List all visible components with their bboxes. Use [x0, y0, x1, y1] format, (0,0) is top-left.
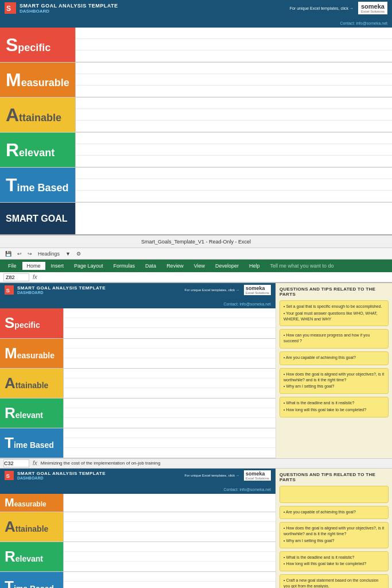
- tip-m-1: How can you measure progress and how if …: [284, 332, 385, 344]
- label-a-2: Attainable: [0, 368, 63, 398]
- tab-formulas[interactable]: Formulas: [109, 262, 140, 270]
- header-bar-2: S SMART GOAL ANALYSIS TEMPLATE DASHBOARD…: [0, 283, 275, 297]
- contact-text-1: Contact: info@someka.net: [340, 21, 387, 25]
- label-t-2: Time Based: [0, 428, 63, 458]
- tip-t-3-2: How long will this goal take to be compl…: [284, 561, 385, 567]
- dashboard-left-2: S SMART GOAL ANALYSIS TEMPLATE DASHBOARD…: [0, 283, 275, 458]
- formula-bar-3: fx Minimizing the cost of the implementa…: [0, 458, 392, 469]
- input-measurable[interactable]: [75, 63, 392, 98]
- ribbon-tabs: File Home Insert Page Layout Formulas Da…: [0, 260, 392, 272]
- tip-timebased: What is the deadline and is it realistic…: [280, 397, 389, 417]
- input-timebased[interactable]: [75, 168, 392, 203]
- tab-review[interactable]: Review: [162, 262, 188, 270]
- tab-file[interactable]: File: [3, 262, 21, 270]
- input-t-2[interactable]: [63, 428, 275, 458]
- tab-help[interactable]: Help: [244, 262, 265, 270]
- contact-text-3: Contact: info@someka.net: [223, 488, 271, 492]
- tip-relevant: How does the goal is aligned with your o…: [280, 368, 389, 394]
- smart-goal-row: SMART GOAL: [0, 203, 392, 235]
- input-t-3[interactable]: [63, 572, 275, 589]
- redo-icon[interactable]: ↪: [26, 250, 34, 257]
- tip-a-3: Are you capable of achieving this goal?: [280, 506, 389, 520]
- input-relevant[interactable]: [75, 133, 392, 168]
- contact-text-2: Contact: info@someka.net: [223, 302, 271, 306]
- input-m-2[interactable]: [63, 338, 275, 368]
- label-r-3: Relevant: [0, 542, 63, 572]
- someka-logo-1: someka Excel Solutions: [358, 2, 387, 14]
- logo-icon-1: S: [5, 2, 16, 14]
- tip-r-1: How does the goal is aligned with your o…: [284, 372, 385, 383]
- input-m-3[interactable]: [63, 494, 275, 512]
- someka-name-2: someka: [246, 285, 269, 291]
- header-right-1: For unique Excel templates, click → some…: [290, 2, 387, 14]
- svg-text:S: S: [6, 287, 10, 293]
- click-text-1: For unique Excel templates, click →: [290, 6, 354, 10]
- s-row-2: Specific: [0, 308, 275, 338]
- header-left-1: S SMART GOAL ANALYSIS TEMPLATE DASHBOARD: [5, 2, 118, 14]
- smart-goal-label: SMART GOAL: [0, 203, 75, 235]
- svg-text:S: S: [6, 473, 10, 479]
- m-row-3-partial: Measurable: [0, 494, 275, 512]
- input-specific[interactable]: [75, 28, 392, 63]
- someka-subtitle-2: Excel Solutions: [246, 291, 269, 295]
- undo-icon[interactable]: ↩: [15, 250, 24, 257]
- tip-t-1: What is the deadline and is it realistic…: [284, 400, 385, 406]
- header-titles-3: SMART GOAL ANALYSIS TEMPLATE DASHBOARD: [17, 471, 106, 480]
- r-row-3: Relevant: [0, 542, 275, 572]
- tab-pagelayout[interactable]: Page Layout: [69, 262, 108, 270]
- someka-subtitle-3: Excel Solutions: [246, 477, 269, 480]
- input-attainable[interactable]: [75, 98, 392, 133]
- input-r-3[interactable]: [63, 542, 275, 572]
- header-bar-1: S SMART GOAL ANALYSIS TEMPLATE DASHBOARD…: [0, 0, 392, 16]
- tip-m-3: [280, 486, 389, 503]
- logo-icon-2: S: [5, 285, 14, 295]
- tip-r-3-1: How does the goal is aligned with your o…: [284, 525, 385, 537]
- cell-ref-input-1[interactable]: [3, 273, 29, 281]
- someka-name-3: someka: [246, 471, 269, 477]
- formula-content-3: Minimizing the cost of the implementatio…: [41, 461, 161, 466]
- input-r-2[interactable]: [63, 398, 275, 428]
- input-a-2[interactable]: [63, 368, 275, 398]
- header-titles-1: SMART GOAL ANALYSIS TEMPLATE DASHBOARD: [20, 3, 118, 14]
- tip-s-1: Set a goal that is specific enough to be…: [284, 304, 385, 310]
- filter-icon[interactable]: ▼: [64, 250, 72, 257]
- tab-developer[interactable]: Developer: [211, 262, 243, 270]
- dashboard-left-3: S SMART GOAL ANALYSIS TEMPLATE DASHBOARD…: [0, 469, 275, 589]
- dashboard-label-1: DASHBOARD: [20, 9, 118, 14]
- header-left-3: S SMART GOAL ANALYSIS TEMPLATE DASHBOARD: [5, 471, 106, 480]
- tell-me-input[interactable]: Tell me what you want to do: [266, 262, 339, 270]
- click-text-3: For unique Excel templates, click →: [185, 474, 239, 477]
- headings-label: Headings: [36, 250, 61, 257]
- tip-r-3: How does the goal is aligned with your o…: [280, 522, 389, 548]
- tools-icon[interactable]: ⚙: [75, 250, 83, 257]
- tip-r-3-2: Why am I setting this goal?: [284, 538, 385, 544]
- input-s-2[interactable]: [63, 308, 275, 338]
- label-relevant: Relevant: [0, 133, 75, 168]
- smart-row-m: Measurable: [0, 63, 392, 98]
- dashboard-section-2: S SMART GOAL ANALYSIS TEMPLATE DASHBOARD…: [0, 283, 392, 458]
- someka-branding-3: someka Excel Solutions: [246, 471, 269, 480]
- someka-logo-3: someka Excel Solutions: [244, 470, 271, 481]
- save-icon[interactable]: 💾: [3, 250, 13, 257]
- m-row-2: Measurable: [0, 338, 275, 368]
- tips-panel-2: QUESTIONS AND TIPS RELATED TO THE PARTS …: [275, 283, 392, 458]
- tip-t-2: How long will this goal take to be compl…: [284, 407, 385, 413]
- tab-home[interactable]: Home: [22, 262, 45, 270]
- ribbon-toolbar[interactable]: 💾 ↩ ↪ Headings ▼ ⚙: [0, 248, 392, 260]
- label-timebased: Time Based: [0, 168, 75, 203]
- label-s-2: Specific: [0, 308, 63, 338]
- smart-row-s: Specific: [0, 28, 392, 63]
- someka-name-1: someka: [361, 3, 385, 10]
- cell-ref-input-3[interactable]: [3, 459, 29, 467]
- click-text-2: For unique Excel templates, click →: [185, 288, 239, 292]
- tip-measurable: How can you measure progress and how if …: [280, 329, 389, 349]
- tab-data[interactable]: Data: [141, 262, 161, 270]
- tab-view[interactable]: View: [189, 262, 209, 270]
- fx-label-1: fx: [33, 274, 37, 280]
- input-a-3[interactable]: [63, 512, 275, 542]
- tip-a-3-1: Are you capable of achieving this goal?: [284, 509, 385, 515]
- r-row-2: Relevant: [0, 398, 275, 428]
- header-left-2: S SMART GOAL ANALYSIS TEMPLATE DASHBOARD: [5, 285, 106, 295]
- smart-goal-input[interactable]: [75, 203, 392, 235]
- tab-insert[interactable]: Insert: [46, 262, 69, 270]
